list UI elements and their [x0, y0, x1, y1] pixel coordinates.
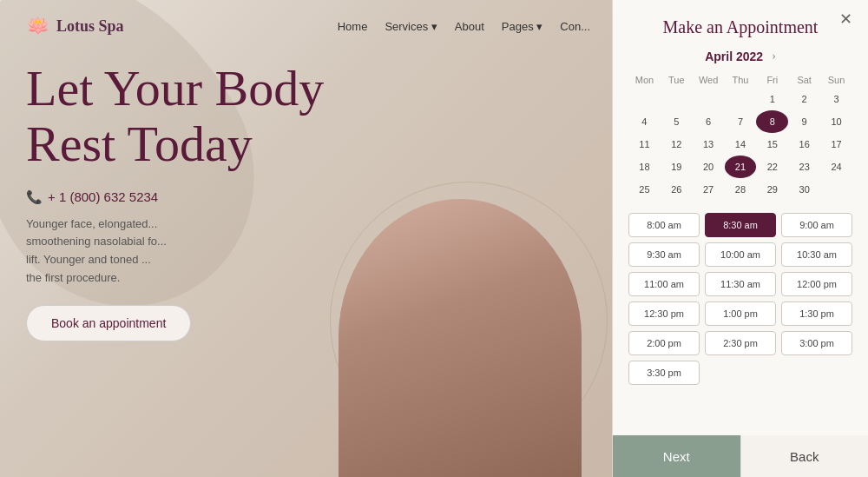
hero-description: Younger face, elongated...smoothening na… [26, 215, 286, 288]
calendar-day[interactable]: 11 [628, 133, 661, 156]
calendar-day[interactable]: 16 [788, 133, 820, 156]
weekday-sat: Sat [788, 72, 820, 88]
hero-phone: 📞 + 1 (800) 632 5234 [26, 189, 391, 205]
weekday-thu: Thu [725, 72, 757, 88]
logo-icon: 🪷 [26, 15, 49, 37]
weekday-sun: Sun [820, 72, 852, 88]
time-slot[interactable]: 3:00 pm [781, 331, 852, 355]
calendar-day[interactable]: 29 [756, 178, 788, 201]
calendar-day[interactable]: 18 [628, 156, 661, 178]
time-slots-grid: 8:00 am8:30 am9:00 am9:30 am10:00 am10:3… [628, 213, 852, 385]
calendar-week-row: 11121314151617 [628, 133, 852, 156]
calendar-day[interactable]: 14 [725, 133, 757, 156]
calendar-day[interactable]: 1 [756, 88, 788, 110]
weekday-fri: Fri [756, 72, 788, 88]
phone-number: + 1 (800) 632 5234 [48, 189, 158, 204]
calendar-day [661, 88, 693, 110]
calendar-day [693, 88, 725, 110]
calendar-day[interactable]: 20 [693, 156, 725, 178]
calendar-day[interactable]: 24 [820, 156, 852, 178]
weekday-tue: Tue [661, 72, 693, 88]
panel-title: Make an Appointment [628, 17, 852, 37]
calendar-day [725, 88, 757, 110]
hero-title-line1: Let Your Body [26, 61, 391, 116]
nav-contact[interactable]: Con... [560, 20, 590, 33]
calendar-grid: Mon Tue Wed Thu Fri Sat Sun 123456789101… [628, 72, 852, 201]
logo-text: Lotus Spa [56, 17, 124, 36]
calendar-weekday-row: Mon Tue Wed Thu Fri Sat Sun [628, 72, 852, 88]
close-button[interactable]: ✕ [835, 9, 856, 30]
time-slot[interactable]: 8:00 am [628, 213, 700, 237]
hero-image [339, 199, 582, 477]
calendar-header: April 2022 › [628, 50, 852, 63]
weekday-mon: Mon [628, 72, 661, 88]
time-slot[interactable]: 3:30 pm [628, 361, 700, 385]
calendar-day[interactable]: 25 [628, 178, 661, 201]
time-slot[interactable]: 12:30 pm [628, 301, 700, 326]
calendar-day[interactable]: 17 [820, 133, 852, 156]
book-appointment-button[interactable]: Book an appointment [26, 305, 191, 341]
calendar-week-row: 123 [628, 88, 852, 110]
hero-section: 🪷 Lotus Spa Home Services ▾ About Pages … [0, 0, 616, 477]
logo: 🪷 Lotus Spa [26, 15, 124, 37]
nav-home[interactable]: Home [338, 20, 368, 33]
time-slot[interactable]: 8:30 am [705, 213, 776, 237]
calendar-week-row: 45678910 [628, 110, 852, 133]
calendar-day [628, 88, 661, 110]
calendar-day[interactable]: 30 [788, 178, 820, 201]
time-slot[interactable]: 2:30 pm [705, 331, 776, 355]
time-slot[interactable]: 9:00 am [781, 213, 852, 237]
appointment-panel: ✕ Make an Appointment April 2022 › Mon T… [612, 0, 868, 477]
navbar: 🪷 Lotus Spa Home Services ▾ About Pages … [0, 0, 616, 52]
time-slot[interactable]: 2:00 pm [628, 331, 700, 355]
calendar-day[interactable]: 21 [725, 156, 757, 178]
calendar-day[interactable]: 26 [661, 178, 693, 201]
nav-about[interactable]: About [455, 20, 484, 33]
calendar-day[interactable]: 2 [788, 88, 820, 110]
calendar-month: April 2022 [705, 50, 763, 63]
calendar-day[interactable]: 13 [693, 133, 725, 156]
calendar-day[interactable]: 7 [725, 110, 757, 133]
calendar-day[interactable]: 4 [628, 110, 661, 133]
nav-services[interactable]: Services ▾ [385, 20, 437, 33]
calendar-day[interactable]: 19 [661, 156, 693, 178]
calendar-day[interactable]: 22 [756, 156, 788, 178]
panel-footer: Next Back [613, 435, 868, 477]
weekday-wed: Wed [693, 72, 725, 88]
time-slot[interactable]: 11:00 am [628, 272, 700, 296]
phone-icon: 📞 [26, 189, 43, 205]
time-slot[interactable]: 12:00 pm [781, 272, 852, 296]
calendar-day[interactable]: 3 [820, 88, 852, 110]
calendar-day[interactable]: 28 [725, 178, 757, 201]
hero-title-line2: Rest Today [26, 116, 391, 172]
calendar-day[interactable]: 27 [693, 178, 725, 201]
time-slot[interactable]: 10:00 am [705, 242, 776, 267]
hero-image-overlay [339, 199, 582, 477]
time-slot[interactable]: 10:30 am [781, 242, 852, 267]
time-slot[interactable]: 1:00 pm [705, 301, 776, 326]
time-slot[interactable]: 9:30 am [628, 242, 700, 267]
calendar-day[interactable]: 9 [788, 110, 820, 133]
calendar-week-row: 18192021222324 [628, 156, 852, 178]
back-button[interactable]: Back [740, 435, 869, 477]
calendar-day[interactable]: 10 [820, 110, 852, 133]
calendar-day[interactable]: 12 [661, 133, 693, 156]
calendar-day[interactable]: 23 [788, 156, 820, 178]
next-button[interactable]: Next [613, 435, 740, 477]
hero-title: Let Your Body Rest Today [26, 61, 391, 172]
nav-pages[interactable]: Pages ▾ [502, 20, 542, 33]
calendar-day[interactable]: 15 [756, 133, 788, 156]
time-slot[interactable]: 1:30 pm [781, 301, 852, 326]
time-slot[interactable]: 11:30 am [705, 272, 776, 296]
nav-links: Home Services ▾ About Pages ▾ Con... [338, 20, 590, 33]
calendar-day [820, 178, 852, 201]
calendar-next-arrow[interactable]: › [772, 50, 776, 63]
calendar-week-row: 252627282930 [628, 178, 852, 201]
calendar-day[interactable]: 5 [661, 110, 693, 133]
calendar-day[interactable]: 8 [756, 110, 788, 133]
calendar-day[interactable]: 6 [693, 110, 725, 133]
